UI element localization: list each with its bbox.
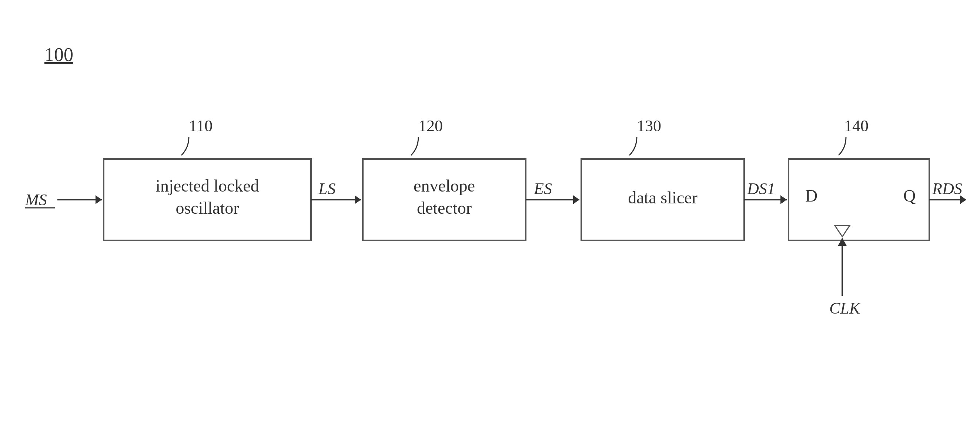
block-120-text-line1: envelope (414, 176, 475, 195)
signal-es-label: ES (533, 180, 552, 198)
signal-ls-label: LS (318, 180, 336, 198)
block-140-d-label: D (805, 186, 818, 205)
signal-ds1-label: DS1 (747, 180, 775, 198)
circuit-diagram: 100 110 injected locked oscillator 120 e… (0, 0, 980, 426)
signal-clk-label: CLK (829, 299, 861, 317)
label-130: 130 (637, 117, 661, 135)
diagram-title: 100 (45, 44, 73, 65)
diagram-container: 100 110 injected locked oscillator 120 e… (0, 0, 980, 426)
signal-rds-label: RDS (932, 180, 962, 198)
svg-rect-0 (0, 0, 980, 426)
label-120: 120 (418, 117, 443, 135)
block-130-text: data slicer (628, 188, 697, 207)
block-110-text-line1: injected locked (156, 176, 259, 195)
label-140: 140 (844, 117, 869, 135)
signal-ms-label: MS (25, 191, 47, 209)
block-110-text-line2: oscillator (175, 199, 239, 217)
block-120-text-line2: detector (417, 199, 472, 217)
block-140-q-label: Q (904, 186, 916, 205)
label-110: 110 (189, 117, 213, 135)
